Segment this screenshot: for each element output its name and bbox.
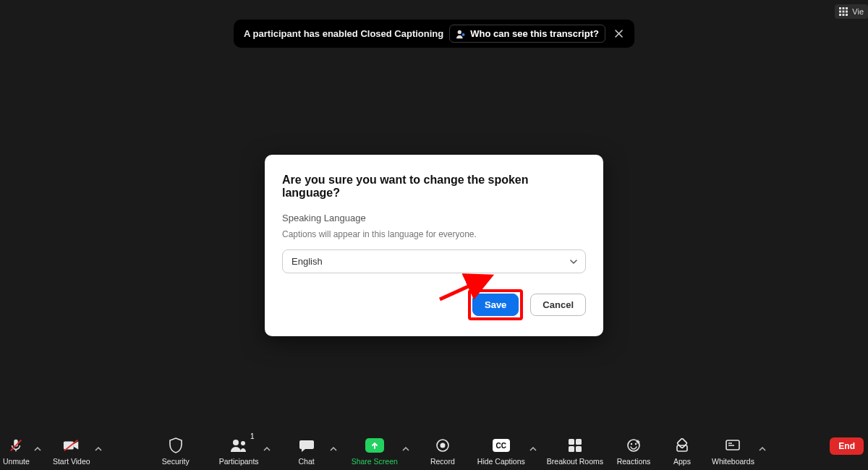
hide-captions-label: Hide Captions	[477, 457, 525, 466]
hide-captions-button[interactable]: CC Hide Captions	[475, 430, 528, 469]
reactions-label: Reactions	[617, 457, 651, 466]
svg-rect-28	[677, 438, 687, 448]
change-language-dialog: Are you sure you want to change the spok…	[265, 155, 603, 336]
svg-rect-24	[576, 446, 582, 452]
chevron-up-icon	[529, 445, 537, 453]
svg-point-20	[440, 443, 445, 448]
reactions-button[interactable]: Reactions	[612, 430, 655, 469]
svg-point-27	[635, 443, 637, 445]
view-toggle[interactable]: Vie	[835, 4, 868, 19]
participants-button[interactable]: 1 Participants	[216, 430, 262, 469]
breakout-rooms-icon	[568, 438, 582, 453]
dialog-title: Are you sure you want to change the spok…	[282, 174, 586, 200]
whiteboards-icon	[725, 438, 741, 453]
svg-rect-22	[576, 439, 582, 445]
svg-rect-8	[846, 14, 848, 16]
start-video-label: Start Video	[53, 457, 90, 466]
svg-rect-15	[64, 441, 74, 449]
unmute-button[interactable]: Unmute	[0, 430, 33, 469]
language-select[interactable]: English	[282, 249, 586, 273]
who-link-text: Who can see this transcript?	[470, 28, 599, 39]
notification-message: A participant has enabled Closed Caption…	[244, 28, 443, 39]
reactions-icon	[626, 438, 641, 453]
grid-icon	[839, 7, 848, 16]
svg-rect-6	[839, 14, 841, 16]
svg-rect-21	[569, 439, 574, 445]
breakout-rooms-label: Breakout Rooms	[547, 457, 603, 466]
share-screen-button[interactable]: Share Screen	[349, 430, 401, 469]
closed-caption-notification: A participant has enabled Closed Caption…	[234, 20, 634, 48]
close-icon	[615, 30, 623, 38]
video-options-caret[interactable]	[93, 430, 103, 469]
whiteboards-options-caret[interactable]	[757, 430, 767, 469]
chevron-up-icon	[263, 445, 271, 453]
end-meeting-button[interactable]: End	[830, 437, 864, 455]
svg-rect-0	[839, 7, 841, 9]
view-label: Vie	[852, 7, 864, 16]
shield-icon	[169, 437, 183, 453]
person-icon	[456, 29, 466, 39]
svg-rect-4	[843, 11, 845, 13]
security-button[interactable]: Security	[154, 430, 197, 469]
svg-point-18	[241, 441, 245, 445]
annotation-highlight: Save	[468, 289, 523, 320]
record-button[interactable]: Record	[421, 430, 464, 469]
chat-options-caret[interactable]	[328, 430, 339, 469]
svg-rect-1	[843, 7, 845, 9]
whiteboards-button[interactable]: Whiteboards	[709, 430, 757, 469]
chevron-up-icon	[402, 445, 409, 453]
dialog-actions: Save Cancel	[282, 289, 586, 320]
audio-options-caret[interactable]	[33, 430, 43, 469]
breakout-rooms-button[interactable]: Breakout Rooms	[544, 430, 606, 469]
chat-label: Chat	[299, 457, 315, 466]
microphone-muted-icon	[8, 437, 24, 453]
share-screen-icon	[370, 441, 379, 450]
save-button[interactable]: Save	[472, 294, 519, 316]
chevron-up-icon	[34, 445, 41, 453]
cc-icon: CC	[493, 439, 510, 452]
svg-point-26	[631, 443, 632, 445]
chat-icon	[299, 438, 315, 453]
speaking-language-label: Speaking Language	[282, 213, 586, 223]
selected-language-value: English	[292, 256, 323, 267]
security-label: Security	[162, 457, 190, 466]
chat-button[interactable]: Chat	[285, 430, 328, 469]
record-label: Record	[430, 457, 455, 466]
participants-icon	[229, 438, 248, 453]
who-can-see-link[interactable]: Who can see this transcript?	[449, 25, 605, 43]
meeting-toolbar: Unmute Start Video Security 1 Participan…	[0, 428, 868, 470]
chevron-up-icon	[330, 445, 337, 453]
chevron-up-icon	[759, 445, 766, 453]
participants-label: Participants	[219, 457, 259, 466]
share-screen-options-caret[interactable]	[401, 430, 411, 469]
svg-rect-2	[846, 7, 848, 9]
chevron-up-icon	[95, 445, 102, 453]
svg-rect-23	[569, 446, 574, 452]
whiteboards-label: Whiteboards	[712, 457, 754, 466]
svg-point-17	[233, 440, 239, 445]
start-video-button[interactable]: Start Video	[50, 430, 93, 469]
notification-close-button[interactable]	[611, 26, 627, 42]
participants-count: 1	[250, 432, 255, 440]
svg-point-9	[458, 30, 461, 33]
svg-rect-3	[839, 11, 841, 13]
svg-rect-7	[843, 14, 845, 16]
captions-options-caret[interactable]	[528, 430, 538, 469]
record-icon	[435, 438, 450, 453]
apps-label: Apps	[673, 457, 691, 466]
unmute-label: Unmute	[3, 457, 30, 466]
apps-button[interactable]: Apps	[664, 430, 700, 469]
apps-icon	[675, 438, 689, 453]
svg-rect-5	[846, 11, 848, 13]
svg-point-10	[462, 33, 465, 35]
participants-options-caret[interactable]	[262, 430, 272, 469]
video-off-icon	[63, 438, 80, 453]
captions-help-text: Captions will appear in this language fo…	[282, 229, 586, 239]
cancel-button[interactable]: Cancel	[530, 294, 586, 316]
end-label: End	[838, 441, 855, 451]
chevron-down-icon	[569, 257, 578, 266]
share-screen-label: Share Screen	[352, 457, 398, 466]
